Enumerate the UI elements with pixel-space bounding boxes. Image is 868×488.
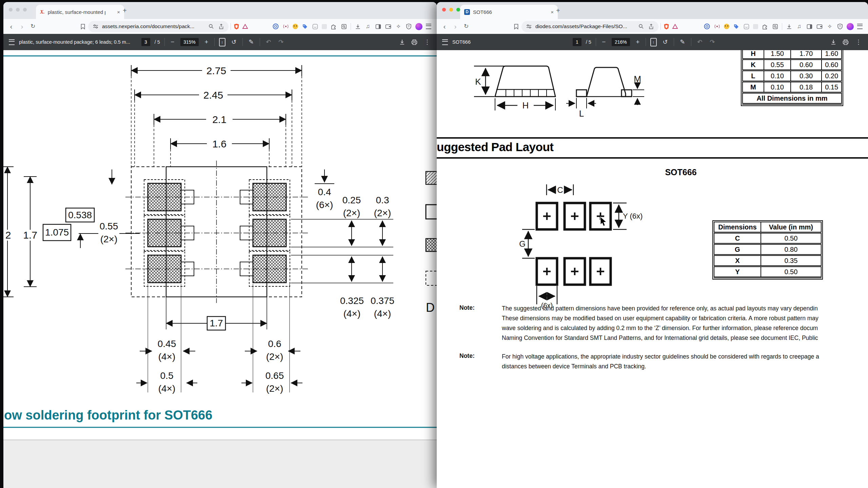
tag-extension-icon[interactable]: [733, 23, 739, 30]
brave-shield-icon[interactable]: [233, 23, 240, 30]
fit-page-icon[interactable]: ↕: [650, 38, 657, 46]
profile-avatar[interactable]: [415, 23, 422, 30]
zoom-window-button[interactable]: [456, 8, 460, 12]
tag-extension-icon[interactable]: [301, 23, 308, 30]
download-icon[interactable]: [830, 39, 837, 45]
face-extension-icon[interactable]: [724, 24, 729, 29]
zoom-page-icon[interactable]: [208, 23, 215, 30]
zoom-window-button[interactable]: [23, 8, 27, 12]
more-options-icon[interactable]: ⋮: [854, 38, 863, 46]
table-row: M0.100.180.15: [743, 82, 842, 93]
left-traffic-lights[interactable]: [9, 8, 27, 12]
downloads-icon[interactable]: [354, 23, 361, 30]
find-in-page-extension-icon[interactable]: [340, 23, 347, 30]
playlist-music-icon[interactable]: ♫: [364, 23, 371, 30]
rotate-icon[interactable]: ↺: [661, 38, 669, 46]
face-extension-icon[interactable]: [293, 24, 298, 29]
vpn-shield-icon[interactable]: [836, 23, 843, 30]
tab-close-icon[interactable]: ×: [117, 9, 120, 15]
undo-icon[interactable]: ↶: [264, 38, 273, 46]
extensions-puzzle-icon[interactable]: [330, 23, 337, 30]
rotate-icon[interactable]: ↺: [230, 38, 238, 46]
extensions-puzzle-icon[interactable]: [762, 23, 768, 30]
broadcast-extension-icon[interactable]: [714, 23, 721, 30]
onepassword-extension-icon[interactable]: [704, 23, 710, 30]
reload-button[interactable]: ↻: [28, 23, 37, 30]
site-settings-icon[interactable]: [526, 23, 532, 30]
adguard-triangle-icon[interactable]: [672, 23, 678, 30]
find-in-page-extension-icon[interactable]: [772, 23, 778, 30]
sidebar-icon[interactable]: [806, 23, 813, 30]
wallet-icon[interactable]: [385, 23, 392, 30]
pdf-menu-icon[interactable]: [442, 39, 448, 45]
bookmark-icon[interactable]: [79, 23, 86, 30]
print-icon[interactable]: [411, 39, 418, 45]
zoom-in-button[interactable]: +: [634, 38, 641, 46]
downloads-icon[interactable]: [786, 23, 792, 30]
table-row: H1.501.701.60: [743, 50, 842, 59]
playlist-music-icon[interactable]: ♫: [796, 23, 803, 30]
note-label: Note:: [459, 304, 475, 311]
page-number-input[interactable]: 1: [573, 38, 581, 46]
share-icon[interactable]: [218, 23, 224, 30]
adguard-triangle-icon[interactable]: [242, 23, 249, 30]
more-options-icon[interactable]: ⋮: [423, 38, 431, 46]
tab-close-icon[interactable]: ×: [551, 9, 554, 15]
zoom-in-button[interactable]: +: [203, 38, 210, 46]
page-total: / 5: [155, 39, 160, 45]
wallet-icon[interactable]: [816, 23, 823, 30]
zoom-page-icon[interactable]: [638, 23, 645, 30]
new-tab-button[interactable]: +: [123, 7, 127, 15]
back-button[interactable]: ‹: [7, 23, 16, 30]
dim-045: 0.45: [158, 339, 176, 349]
browser-menu-icon[interactable]: [426, 24, 431, 29]
close-window-button[interactable]: [9, 8, 13, 12]
browser-menu-icon[interactable]: [857, 24, 863, 29]
address-field[interactable]: diodes.com/assets/Package-Files/SO...: [521, 21, 658, 32]
onepassword-extension-icon[interactable]: [272, 23, 279, 30]
broadcast-extension-icon[interactable]: [282, 23, 289, 30]
tab-sot666-pdf[interactable]: D SOT666 ×: [460, 5, 558, 19]
gray-box-extension-icon[interactable]: [312, 23, 318, 30]
annotate-icon[interactable]: ✎: [247, 38, 255, 46]
bookmark-icon[interactable]: [513, 23, 519, 30]
minimize-window-button[interactable]: [16, 8, 20, 12]
dim-boxed-0538: 0.538: [68, 210, 92, 220]
placeholder-extension-icon[interactable]: [753, 24, 758, 29]
right-traffic-lights[interactable]: [442, 8, 460, 12]
dim-065: 0.65: [265, 370, 284, 381]
new-tab-button[interactable]: +: [556, 7, 560, 15]
brave-shield-icon[interactable]: [663, 23, 670, 30]
leo-sparkle-icon[interactable]: ✧: [395, 23, 402, 30]
zoom-out-button[interactable]: −: [169, 38, 176, 46]
reload-button[interactable]: ↻: [462, 23, 471, 30]
page-number-input[interactable]: 3: [141, 38, 150, 46]
forward-button[interactable]: ›: [18, 23, 26, 30]
tab-nexperia-pdf[interactable]: X. plastic, surface-mounted pack ×: [36, 5, 124, 19]
site-settings-icon[interactable]: [92, 23, 99, 30]
pdf-menu-icon[interactable]: [9, 39, 15, 45]
print-icon[interactable]: [842, 39, 849, 45]
vpn-shield-icon[interactable]: [405, 23, 412, 30]
undo-icon[interactable]: ↶: [696, 38, 704, 46]
fit-page-icon[interactable]: ↕: [219, 38, 225, 46]
placeholder-extension-icon[interactable]: [322, 24, 327, 29]
package-side-views: [474, 66, 644, 110]
gray-box-extension-icon[interactable]: [743, 23, 750, 30]
sidebar-icon[interactable]: [375, 23, 381, 30]
url-text: assets.nexperia.com/documents/pack...: [102, 23, 205, 29]
zoom-out-button[interactable]: −: [600, 38, 607, 46]
address-field[interactable]: assets.nexperia.com/documents/pack...: [88, 21, 229, 32]
annotate-icon[interactable]: ✎: [678, 38, 687, 46]
back-button[interactable]: ‹: [440, 23, 449, 30]
divider: [660, 23, 661, 30]
download-icon[interactable]: [399, 39, 406, 45]
minimize-window-button[interactable]: [449, 8, 453, 12]
forward-button[interactable]: ›: [451, 23, 460, 30]
profile-avatar[interactable]: [847, 23, 854, 30]
share-icon[interactable]: [648, 23, 654, 30]
redo-icon[interactable]: ↷: [708, 38, 716, 46]
redo-icon[interactable]: ↷: [277, 38, 285, 46]
close-window-button[interactable]: [442, 8, 446, 12]
leo-sparkle-icon[interactable]: ✧: [826, 23, 833, 30]
